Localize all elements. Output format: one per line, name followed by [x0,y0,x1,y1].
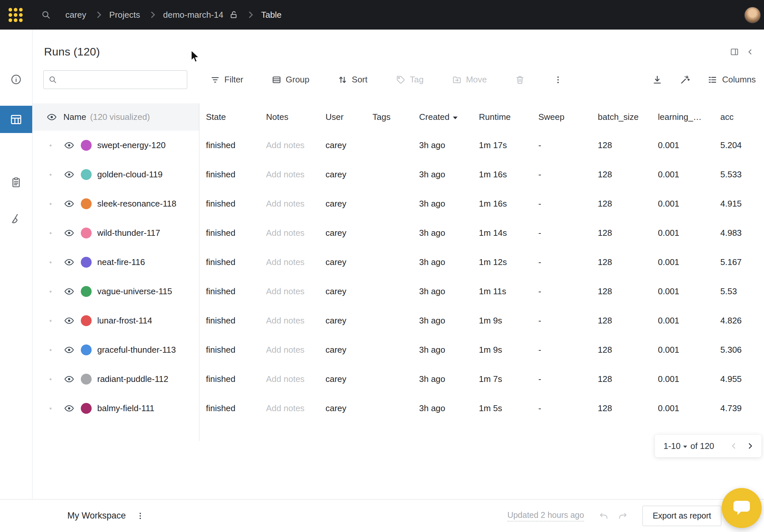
cell-notes[interactable]: Add notes [266,403,325,414]
column-header-learning[interactable]: learning_… [658,112,720,122]
column-header-runtime[interactable]: Runtime [479,112,538,122]
wandb-logo[interactable] [9,8,23,22]
cell-notes[interactable]: Add notes [266,316,325,326]
panel-layout-icon[interactable] [730,47,739,57]
run-name-link[interactable]: swept-energy-120 [97,140,165,150]
prev-page-button[interactable] [729,442,738,450]
column-header-created[interactable]: Created [419,112,479,122]
table-row[interactable]: neat-fire-116 finishedAdd notescarey3h a… [33,248,764,277]
table-row[interactable]: radiant-puddle-112 finishedAdd notescare… [33,365,764,394]
run-name-link[interactable]: wild-thunder-117 [97,228,160,238]
run-name-link[interactable]: radiant-puddle-112 [97,374,168,384]
drag-handle[interactable] [50,349,52,351]
breadcrumb-projects[interactable]: Projects [109,10,140,20]
eye-icon[interactable] [64,403,74,414]
cell-notes[interactable]: Add notes [266,169,325,180]
columns-label: Columns [722,75,756,85]
run-name-link[interactable]: graceful-thunder-113 [97,345,176,355]
column-header-sweep[interactable]: Sweep [538,112,598,122]
export-download-button[interactable] [652,75,663,85]
table-row[interactable]: sleek-resonance-118 finishedAdd notescar… [33,189,764,218]
name-column-header[interactable]: Name (120 visualized) [33,103,199,131]
runs-table-tab[interactable] [0,106,32,133]
table-row[interactable]: vague-universe-115 finishedAdd notescare… [33,277,764,306]
run-name-link[interactable]: neat-fire-116 [97,257,145,267]
column-header-acc[interactable]: acc [720,112,764,122]
chat-support-button[interactable] [722,488,762,528]
unlock-icon [229,11,238,19]
drag-handle[interactable] [50,174,52,176]
eye-icon[interactable] [64,374,74,384]
column-header-state[interactable]: State [206,112,266,122]
column-header-notes[interactable]: Notes [266,112,325,122]
eye-icon[interactable] [64,140,74,150]
run-name-link[interactable]: sleek-resonance-118 [97,199,176,209]
run-name-link[interactable]: vague-universe-115 [97,286,172,296]
cell-created: 3h ago [419,374,479,384]
eye-icon[interactable] [64,257,74,267]
eye-icon[interactable] [64,345,74,355]
drag-handle[interactable] [50,320,52,322]
cell-notes[interactable]: Add notes [266,286,325,296]
tag-button[interactable]: Tag [396,75,424,85]
table-row[interactable]: wild-thunder-117 finishedAdd notescarey3… [33,218,764,248]
cell-notes[interactable]: Add notes [266,228,325,238]
updated-timestamp[interactable]: Updated 2 hours ago [507,510,584,521]
move-button[interactable]: Move [452,75,487,85]
drag-handle[interactable] [50,232,52,234]
more-actions-button[interactable] [553,75,563,85]
drag-handle[interactable] [50,291,52,292]
next-page-button[interactable] [746,442,755,450]
drag-handle[interactable] [50,203,52,205]
column-header-batch-size[interactable]: batch_size [598,112,658,122]
runs-search-box[interactable] [43,70,187,89]
runs-search-input[interactable] [61,75,182,85]
eye-icon[interactable] [47,112,57,122]
reports-clipboard-icon[interactable] [10,177,22,189]
delete-button[interactable] [515,75,525,85]
eye-icon[interactable] [64,228,74,238]
run-name-link[interactable]: balmy-field-111 [97,403,154,414]
drag-handle[interactable] [50,144,52,146]
eye-icon[interactable] [64,169,74,180]
cell-notes[interactable]: Add notes [266,374,325,384]
collapse-chevron-icon[interactable] [746,47,755,57]
table-row[interactable]: golden-cloud-119 finishedAdd notescarey3… [33,160,764,189]
workspace-menu-button[interactable] [136,511,145,520]
search-icon[interactable] [41,10,51,20]
table-row[interactable]: lunar-frost-114 finishedAdd notescarey3h… [33,306,764,335]
cell-notes[interactable]: Add notes [266,345,325,355]
sweeps-broom-icon[interactable] [10,213,22,225]
export-as-report-button[interactable]: Export as report [643,506,721,526]
cell-notes[interactable]: Add notes [266,199,325,209]
column-header-tags[interactable]: Tags [372,112,419,122]
eye-icon[interactable] [64,316,74,326]
table-row[interactable]: graceful-thunder-113 finishedAdd notesca… [33,335,764,365]
workspace-name[interactable]: My Workspace [67,511,126,521]
drag-handle[interactable] [50,262,52,264]
breadcrumb-user[interactable]: carey [65,10,87,20]
eye-icon[interactable] [64,199,74,209]
avatar[interactable] [744,7,761,23]
table-row[interactable]: balmy-field-111 finishedAdd notescarey3h… [33,394,764,423]
eye-icon[interactable] [64,286,74,296]
undo-button[interactable] [599,511,609,521]
columns-button[interactable]: Columns [707,75,756,85]
group-button[interactable]: Group [272,75,309,85]
page-size-dropdown[interactable]: 1-10 [664,441,687,451]
table-row[interactable]: swept-energy-120 finishedAdd notescarey3… [33,131,764,160]
info-icon[interactable] [10,74,22,86]
drag-handle[interactable] [50,378,52,380]
drag-handle[interactable] [50,408,52,410]
column-header-user[interactable]: User [325,112,372,122]
run-name-link[interactable]: golden-cloud-119 [97,169,163,180]
cell-notes[interactable]: Add notes [266,140,325,150]
auto-columns-button[interactable] [679,75,690,85]
filter-button[interactable]: Filter [210,75,243,85]
cell-created: 3h ago [419,199,479,209]
run-name-link[interactable]: lunar-frost-114 [97,316,152,326]
breadcrumb-project[interactable]: demo-march-14 [163,10,224,20]
sort-button[interactable]: Sort [338,75,368,85]
redo-button[interactable] [618,511,628,521]
cell-notes[interactable]: Add notes [266,257,325,267]
